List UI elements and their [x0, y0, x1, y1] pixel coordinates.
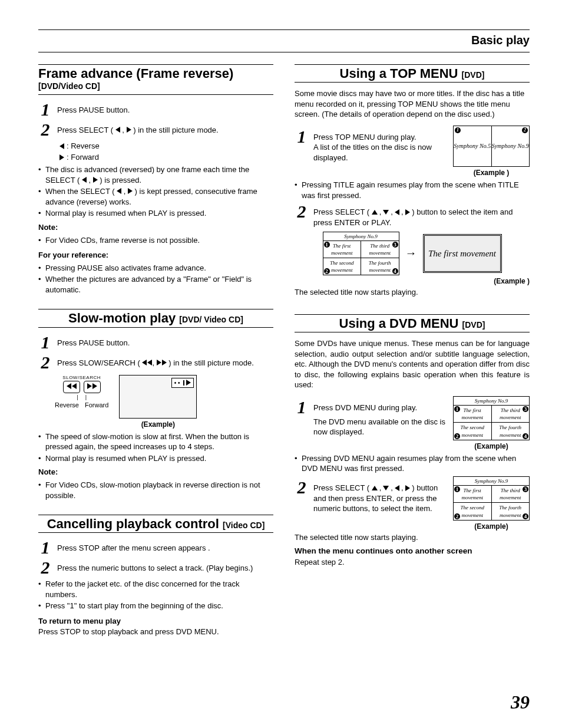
- section-header: Basic play: [38, 32, 530, 52]
- slow-motion-title: Slow-motion play [DVD/ Video CD]: [38, 311, 273, 325]
- right-arrow-icon: [128, 188, 133, 194]
- cancel-pbc-title: Cancelling playback control [Video CD]: [38, 516, 273, 531]
- top-menu-title: Using a TOP MENU [DVD]: [295, 66, 530, 81]
- manual-page: Basic play Frame advance (Frame reverse)…: [0, 0, 562, 728]
- right-arrow-icon: [93, 177, 98, 183]
- right-arrow-icon: [59, 154, 64, 160]
- nav-arrows-icon: , , ,: [372, 483, 410, 493]
- selected-title-figure: The first movement: [423, 234, 502, 273]
- left-arrow-icon: [115, 127, 120, 133]
- tm-step2: 2 Press SELECT ( , , , ) button to selec…: [295, 203, 530, 228]
- example-screen: • •: [119, 375, 197, 419]
- top-rule: [38, 29, 530, 30]
- title-menu-figure: 1Symphony No.5 2Symphony No.9: [453, 126, 530, 167]
- direction-legend: : Reverse : Forward: [59, 141, 273, 162]
- tm-step1: 1 Press TOP MENU during play. A list of …: [295, 126, 530, 177]
- left-column: Frame advance (Frame reverse) [DVD/Video…: [38, 60, 273, 637]
- two-columns: Frame advance (Frame reverse) [DVD/Video…: [38, 60, 530, 637]
- dvd-menu-figure-1: Symphony No.9 1The first movement 3The t…: [453, 396, 530, 440]
- dvd-menu-title: Using a DVD MENU [DVD]: [295, 316, 530, 331]
- sm-step2: 2 Press SLOW/SEARCH ( , ) in the still p…: [38, 354, 273, 371]
- rewind-button-icon: [63, 381, 80, 393]
- dm-step1: 1 Press DVD MENU during play. The DVD me…: [295, 396, 530, 451]
- tm-figure-row: Symphony No.9 1The first movement 3The t…: [295, 232, 530, 276]
- sm-step1: 1 Press PAUSE button.: [38, 334, 273, 351]
- fa-bullets: The disc is advanced (reversed) by one f…: [38, 164, 273, 219]
- left-arrow-icon: [82, 177, 87, 183]
- left-arrow-icon: [59, 143, 64, 149]
- right-column: Using a TOP MENU [DVD] Some movie discs …: [295, 60, 530, 637]
- fa-step1: 1 Press PAUSE button.: [38, 101, 273, 118]
- arrow-right-icon: →: [405, 245, 417, 261]
- rewind-icon: [142, 360, 152, 365]
- chapter-menu-figure: Symphony No.9 1The first movement 3The t…: [323, 232, 399, 276]
- step-num-1: 1: [38, 101, 52, 118]
- slow-overlay-icon: • •: [171, 378, 194, 388]
- frame-advance-tag: [DVD/Video CD]: [38, 81, 273, 92]
- frame-advance-title: Frame advance (Frame reverse): [38, 66, 273, 81]
- page-number: 39: [511, 690, 530, 715]
- fastforward-button-icon: [84, 381, 101, 393]
- slow-search-figure: SLOW/SEARCH || ReverseForward • • (Examp…: [55, 375, 273, 429]
- right-arrow-icon: [127, 127, 131, 133]
- left-arrow-icon: [117, 188, 121, 194]
- fastforward-icon: [157, 360, 167, 365]
- dvd-menu-figure-2: Symphony No.9 1The first movement 3The t…: [453, 476, 530, 521]
- nav-arrows-icon: , , ,: [372, 207, 410, 218]
- step-num-2: 2: [38, 121, 52, 139]
- fa-step2: 2 Press SELECT ( , ) in the still pictur…: [38, 121, 273, 139]
- dm-step2: 2 Press SELECT ( , , , ) button and then…: [295, 476, 530, 531]
